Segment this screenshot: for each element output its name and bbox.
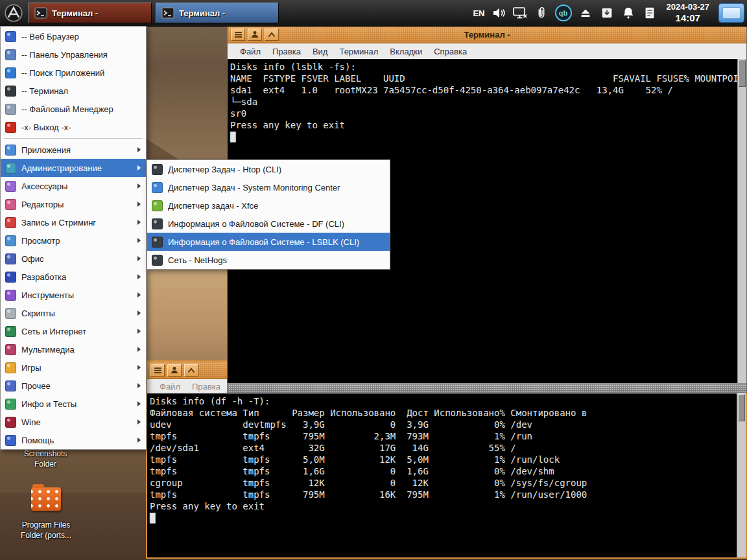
window-user-button[interactable] <box>167 364 182 377</box>
menu-category-office[interactable]: Офис <box>1 250 146 268</box>
window-resize-grip[interactable] <box>228 383 746 393</box>
window-rollup-button[interactable] <box>184 364 198 377</box>
menu-category-administration[interactable]: Администрирование <box>1 159 146 177</box>
notifications-bell-icon[interactable] <box>621 5 636 21</box>
menu-category-wine[interactable]: Wine <box>1 413 146 431</box>
menu-category-info-tests[interactable]: Инфо и Тесты <box>1 395 146 413</box>
titlebar[interactable]: Терминал - <box>228 26 746 43</box>
menu-edit[interactable]: Правка <box>267 47 307 56</box>
date-label: 2024-03-27 <box>667 2 710 12</box>
menu-category-network-internet[interactable]: Сеть и Интернет <box>1 322 146 340</box>
menu-file[interactable]: Файл <box>154 382 186 391</box>
menu-item-label: Диспетчер Задач - Htop (CLI) <box>168 165 281 174</box>
menu-category-help[interactable]: Помощь <box>1 431 146 449</box>
menu-terminal[interactable]: Терминал <box>333 47 384 56</box>
clock[interactable]: 2024-03-27 14:07 <box>667 2 710 25</box>
search-icon <box>5 67 16 78</box>
accessories-icon <box>5 181 16 192</box>
menu-item-logout[interactable]: -x- Выход -x- <box>1 118 146 136</box>
menu-category-recording-streaming[interactable]: Запись и Стриминг <box>1 213 146 231</box>
start-menu: -- Веб Браузер -- Панель Управления -- П… <box>0 26 147 450</box>
submenu-item-xfce-task-manager[interactable]: Диспетчер задач - Xfce <box>147 196 390 215</box>
task-button-label: Терминал - <box>179 8 225 18</box>
menu-item-label: Запись и Стриминг <box>21 218 96 228</box>
scrollbar-thumb[interactable] <box>738 394 745 421</box>
time-label: 14:07 <box>676 12 700 25</box>
menu-category-tools[interactable]: Инструменты <box>1 286 146 304</box>
start-menu-button[interactable] <box>0 0 27 26</box>
menu-category-development[interactable]: Разработка <box>1 268 146 286</box>
task-button-terminal-1[interactable]: Терминал - <box>29 3 152 23</box>
menu-item-label: -- Поиск Приложений <box>21 68 104 78</box>
folder-icon[interactable] <box>31 487 61 511</box>
eject-icon[interactable] <box>578 5 593 21</box>
terminal-output-area[interactable]: Disks info (df -h -T): Файловая система … <box>147 393 746 557</box>
window-menu-button[interactable] <box>231 29 245 41</box>
menu-category-multimedia[interactable]: Мультимедиа <box>1 340 146 358</box>
menu-item-app-search[interactable]: -- Поиск Приложений <box>1 64 146 82</box>
menu-view[interactable]: Вид <box>307 47 334 56</box>
power-icon <box>5 122 16 133</box>
menu-item-label: Просмотр <box>21 236 60 246</box>
show-desktop-button[interactable] <box>718 3 744 23</box>
submenu-item-system-monitoring-center[interactable]: Диспетчер Задач - System Monitoring Cent… <box>147 178 390 196</box>
submenu-item-lsblk[interactable]: Информация о Файловой Системе - LSBLK (C… <box>147 233 390 251</box>
scrollbar[interactable] <box>737 59 746 384</box>
window-title: Терминал - <box>228 30 746 40</box>
scrollbar[interactable] <box>737 393 746 557</box>
menu-item-file-manager[interactable]: -- Файловый Менеджер <box>1 100 146 118</box>
paperclip-icon[interactable] <box>534 5 549 21</box>
menu-item-label: Мультимедиа <box>21 345 75 355</box>
menu-item-control-panel[interactable]: -- Панель Управления <box>1 45 146 64</box>
menu-category-viewers[interactable]: Просмотр <box>1 231 146 250</box>
submenu-item-htop[interactable]: Диспетчер Задач - Htop (CLI) <box>147 160 390 178</box>
other-icon <box>5 380 16 391</box>
qbittorrent-icon[interactable]: qb <box>555 5 572 21</box>
window-rollup-button[interactable] <box>265 29 279 41</box>
window-user-button[interactable] <box>248 29 262 41</box>
menu-separator <box>4 138 143 139</box>
menu-item-label: Информация о Файловой Системе - DF (CLI) <box>168 219 344 229</box>
volume-icon[interactable] <box>491 5 506 21</box>
hamburger-icon <box>154 367 162 374</box>
menu-category-accessories[interactable]: Аксессуары <box>1 177 146 195</box>
desktop-icon-program-files-folder[interactable]: Program Files Folder (ports... <box>6 520 86 541</box>
submenu-item-nethogs[interactable]: Сеть - NetHogs <box>147 251 390 269</box>
menu-item-label: Разработка <box>21 272 66 282</box>
terminal-menubar: Файл Правка Вид Терминал Вкладки Справка <box>228 43 746 60</box>
menu-item-label: Wine <box>21 417 41 427</box>
menu-edit[interactable]: Правка <box>186 382 226 391</box>
submenu-item-df[interactable]: Информация о Файловой Системе - DF (CLI) <box>147 215 390 233</box>
nethogs-icon <box>152 255 163 266</box>
terminal-output-text: Disks info (lsblk -fs): NAME FSTYPE FSVE… <box>228 59 746 143</box>
control-panel-icon <box>5 49 16 60</box>
scrollbar-thumb[interactable] <box>739 60 746 87</box>
menu-item-terminal[interactable]: -- Терминал <box>1 82 146 100</box>
menu-category-applications[interactable]: Приложения <box>1 141 146 159</box>
menu-category-games[interactable]: Игры <box>1 358 146 377</box>
menu-category-other[interactable]: Прочее <box>1 377 146 395</box>
menu-tabs[interactable]: Вкладки <box>384 47 428 56</box>
menu-item-label: Скрипты <box>21 309 55 318</box>
notes-icon[interactable] <box>642 5 658 21</box>
keyboard-layout-indicator[interactable]: EN <box>473 8 484 18</box>
administration-submenu: Диспетчер Задач - Htop (CLI) Диспетчер З… <box>147 159 390 270</box>
menu-category-editors[interactable]: Редакторы <box>1 195 146 213</box>
desktop-icon-screenshots-folder[interactable]: Screenshots Folder <box>9 449 82 469</box>
menu-item-web-browser[interactable]: -- Веб Браузер <box>1 27 146 45</box>
terminal-output-text: Disks info (df -h -T): Файловая система … <box>147 393 746 524</box>
menu-category-scripts[interactable]: Скрипты <box>1 304 146 322</box>
menu-item-label: -x- Выход -x- <box>21 122 71 132</box>
window-menu-button[interactable] <box>150 364 165 377</box>
package-installer-icon[interactable] <box>599 5 615 21</box>
menu-item-label: Приложения <box>21 145 71 155</box>
menu-item-label: -- Веб Браузер <box>21 32 79 41</box>
office-icon <box>5 253 16 264</box>
menu-file[interactable]: Файл <box>234 47 267 56</box>
menu-item-label: Прочее <box>21 381 51 391</box>
desktop-icon-label: Folder (ports... <box>6 530 86 541</box>
task-button-terminal-2[interactable]: Терминал - <box>156 3 279 23</box>
display-icon[interactable] <box>512 5 528 21</box>
menu-help[interactable]: Справка <box>428 47 473 56</box>
tools-icon <box>5 290 16 301</box>
